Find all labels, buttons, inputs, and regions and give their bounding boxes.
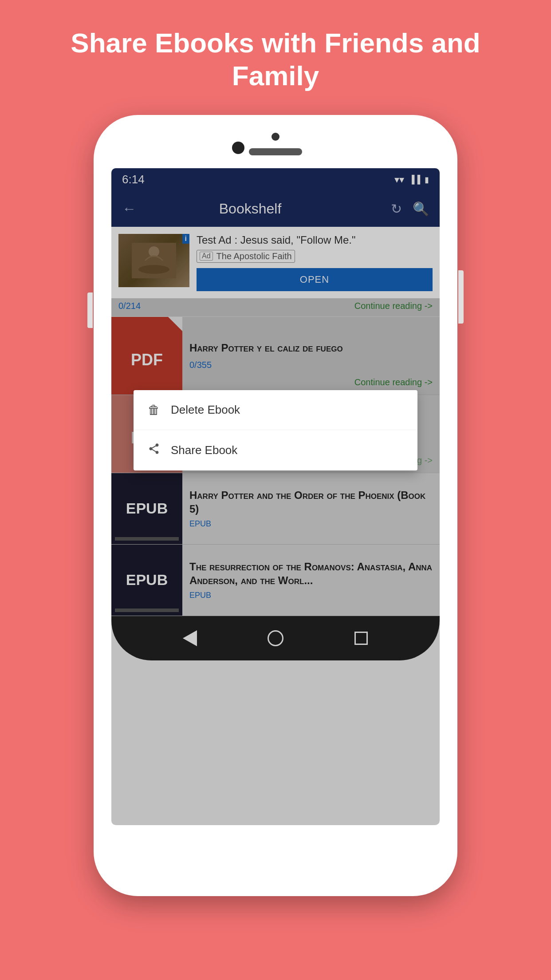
context-menu-overlay[interactable]: 🗑 Delete Ebook Share Ebook	[111, 227, 440, 616]
camera-dot	[272, 133, 279, 141]
phone-screen: 6:14 ▾▾ ▐▐ ▮ ← Bookshelf ↻ 🔍	[111, 168, 440, 825]
phone-shell: 6:14 ▾▾ ▐▐ ▮ ← Bookshelf ↻ 🔍	[94, 115, 457, 896]
phone-top	[94, 115, 457, 168]
share-icon	[148, 443, 160, 458]
delete-icon: 🗑	[148, 403, 160, 417]
speaker	[249, 148, 302, 155]
context-menu-share[interactable]: Share Ebook	[134, 430, 417, 470]
context-menu-delete[interactable]: 🗑 Delete Ebook	[134, 390, 417, 430]
context-menu: 🗑 Delete Ebook Share Ebook	[134, 390, 417, 470]
volume-button	[87, 292, 93, 328]
content-area: i Test Ad : Jesus said, "Follow Me." Ad …	[111, 227, 440, 616]
delete-label: Delete Ebook	[171, 403, 240, 417]
share-label: Share Ebook	[171, 443, 237, 457]
page-headline: Share Ebooks with Friends and Family	[0, 0, 551, 115]
front-camera	[232, 142, 244, 154]
power-button	[458, 270, 464, 324]
